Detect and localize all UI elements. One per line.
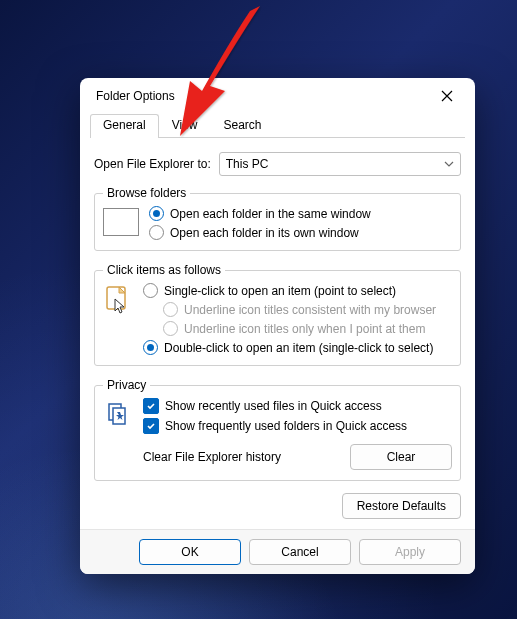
clear-history-label: Clear File Explorer history [143, 450, 281, 464]
checkbox-icon [143, 398, 159, 414]
radio-icon [149, 206, 164, 221]
check-recent-files[interactable]: Show recently used files in Quick access [143, 398, 407, 414]
tab-strip: General View Search [90, 114, 465, 138]
radio-double-click[interactable]: Double-click to open an item (single-cli… [143, 340, 436, 355]
click-items-group: Click items as follows Single-click to o… [94, 263, 461, 366]
quick-access-icon [103, 400, 133, 430]
radio-single-click[interactable]: Single-click to open an item (point to s… [143, 283, 436, 298]
chevron-down-icon [444, 161, 454, 167]
radio-icon [143, 340, 158, 355]
radio-icon [149, 225, 164, 240]
titlebar: Folder Options [80, 78, 475, 114]
tab-view[interactable]: View [159, 114, 211, 137]
radio-icon [163, 321, 178, 336]
ok-button[interactable]: OK [139, 539, 241, 565]
open-to-label: Open File Explorer to: [94, 157, 211, 171]
close-icon [441, 90, 453, 102]
folder-options-window: Folder Options General View Search Open … [80, 78, 475, 574]
radio-icon [143, 283, 158, 298]
tab-search[interactable]: Search [211, 114, 275, 137]
restore-defaults-button[interactable]: Restore Defaults [342, 493, 461, 519]
window-title: Folder Options [96, 89, 175, 103]
clear-button[interactable]: Clear [350, 444, 452, 470]
open-to-combobox[interactable]: This PC [219, 152, 461, 176]
radio-same-window[interactable]: Open each folder in the same window [149, 206, 371, 221]
privacy-group: Privacy Show [94, 378, 461, 481]
privacy-legend: Privacy [103, 378, 150, 392]
check-frequent-folders[interactable]: Show frequently used folders in Quick ac… [143, 418, 407, 434]
radio-underline-browser: Underline icon titles consistent with my… [163, 302, 436, 317]
browse-legend: Browse folders [103, 186, 190, 200]
open-to-value: This PC [226, 157, 269, 171]
browse-folders-group: Browse folders Open each folder in the s… [94, 186, 461, 251]
dialog-footer: OK Cancel Apply [80, 529, 475, 574]
radio-icon [163, 302, 178, 317]
tab-general[interactable]: General [90, 114, 159, 137]
click-legend: Click items as follows [103, 263, 225, 277]
click-icon [103, 285, 133, 315]
checkbox-icon [143, 418, 159, 434]
close-button[interactable] [425, 80, 469, 112]
radio-underline-point: Underline icon titles only when I point … [163, 321, 436, 336]
window-icon [103, 208, 139, 236]
apply-button[interactable]: Apply [359, 539, 461, 565]
cancel-button[interactable]: Cancel [249, 539, 351, 565]
radio-own-window[interactable]: Open each folder in its own window [149, 225, 371, 240]
